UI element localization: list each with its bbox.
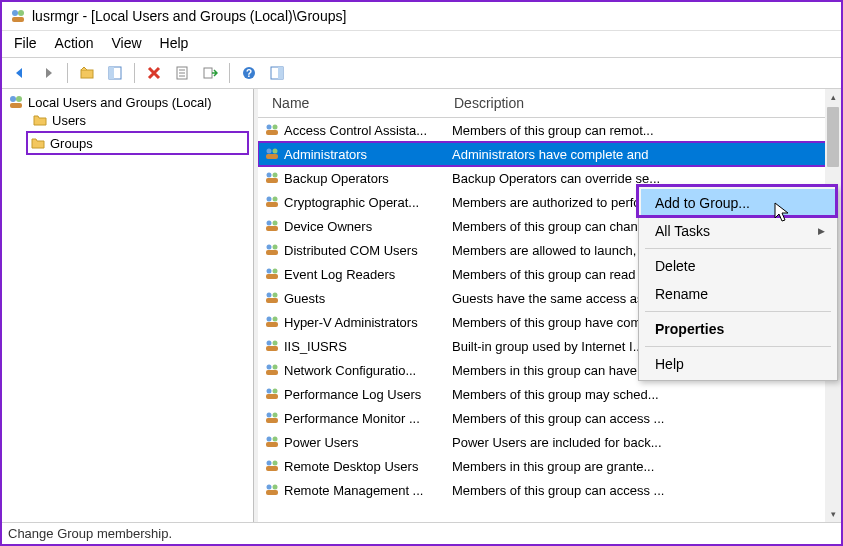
group-description: Backup Operators can override se... [452,171,841,186]
svg-rect-59 [266,442,278,447]
svg-point-45 [267,341,272,346]
group-row[interactable]: Remote Desktop UsersMembers in this grou… [258,454,841,478]
group-row[interactable]: Remote Management ...Members of this gro… [258,478,841,502]
group-name: Guests [284,291,452,306]
svg-rect-35 [266,250,278,255]
column-header-name[interactable]: Name [266,95,454,111]
svg-rect-2 [12,17,24,22]
show-hide-tree-button[interactable] [103,61,127,85]
properties-button[interactable] [170,61,194,85]
svg-rect-29 [266,202,278,207]
svg-point-31 [273,221,278,226]
group-name: Event Log Readers [284,267,452,282]
svg-rect-26 [266,178,278,183]
toolbar-separator [134,63,135,83]
context-menu: Add to Group... All Tasks ▶ Delete Renam… [638,186,838,381]
context-menu-rename[interactable]: Rename [641,280,835,308]
tree-root-label: Local Users and Groups (Local) [28,95,212,110]
group-name: IIS_IUSRS [284,339,452,354]
svg-point-0 [12,10,18,16]
up-level-button[interactable] [75,61,99,85]
group-name: Power Users [284,435,452,450]
group-description: Members in this group are grante... [452,459,841,474]
group-row[interactable]: Power UsersPower Users are included for … [258,430,841,454]
help-button[interactable]: ? [237,61,261,85]
svg-rect-5 [109,67,114,79]
group-name: Device Owners [284,219,452,234]
menu-action[interactable]: Action [55,35,94,51]
context-menu-properties[interactable]: Properties [641,315,835,343]
svg-point-24 [267,173,272,178]
group-icon [264,266,284,282]
group-description: Members of this group can access ... [452,483,841,498]
delete-button[interactable] [142,61,166,85]
svg-point-43 [273,317,278,322]
menu-view[interactable]: View [111,35,141,51]
svg-point-21 [267,149,272,154]
svg-point-28 [273,197,278,202]
scroll-up-icon[interactable]: ▴ [825,89,841,105]
menu-file[interactable]: File [14,35,37,51]
svg-point-60 [267,461,272,466]
toolbar: ? [2,57,841,89]
svg-rect-20 [266,130,278,135]
action-pane-button[interactable] [265,61,289,85]
svg-point-58 [273,437,278,442]
group-icon [264,242,284,258]
context-menu-delete[interactable]: Delete [641,252,835,280]
group-description: Members of this group can access ... [452,411,841,426]
submenu-arrow-icon: ▶ [818,226,825,236]
group-name: Performance Monitor ... [284,411,452,426]
svg-rect-65 [266,490,278,495]
group-description: Members of this group can remot... [452,123,841,138]
group-description: Administrators have complete and [452,147,841,162]
tree-pane[interactable]: Local Users and Groups (Local) Users Gro… [2,89,254,522]
svg-rect-62 [266,466,278,471]
group-icon [264,338,284,354]
svg-rect-41 [266,298,278,303]
group-name: Remote Desktop Users [284,459,452,474]
context-menu-all-tasks[interactable]: All Tasks ▶ [641,217,835,245]
window-title: lusrmgr - [Local Users and Groups (Local… [32,8,346,24]
tree-item-groups[interactable]: Groups [26,131,249,155]
svg-point-16 [16,96,22,102]
group-row[interactable]: Performance Monitor ...Members of this g… [258,406,841,430]
svg-rect-32 [266,226,278,231]
scroll-thumb[interactable] [827,107,839,167]
svg-rect-17 [10,103,22,108]
svg-point-15 [10,96,16,102]
group-icon [264,386,284,402]
svg-rect-53 [266,394,278,399]
scroll-down-icon[interactable]: ▾ [825,506,841,522]
group-icon [264,122,284,138]
tree-item-users[interactable]: Users [30,111,249,129]
svg-point-48 [267,365,272,370]
svg-point-54 [267,413,272,418]
group-icon [264,170,284,186]
back-button[interactable] [8,61,32,85]
export-list-button[interactable] [198,61,222,85]
group-icon [264,218,284,234]
svg-point-46 [273,341,278,346]
group-row[interactable]: AdministratorsAdministrators have comple… [258,142,841,166]
menu-help[interactable]: Help [160,35,189,51]
svg-point-64 [273,485,278,490]
group-row[interactable]: Access Control Assista...Members of this… [258,118,841,142]
context-menu-add-to-group[interactable]: Add to Group... [641,189,835,217]
menu-separator [645,248,831,249]
group-name: Administrators [284,147,452,162]
forward-button[interactable] [36,61,60,85]
svg-rect-38 [266,274,278,279]
column-header-description[interactable]: Description [454,95,833,111]
tree-root-node[interactable]: Local Users and Groups (Local) [6,93,249,111]
folder-icon [32,112,48,128]
svg-rect-3 [81,70,93,78]
group-icon [264,410,284,426]
group-name: Cryptographic Operat... [284,195,452,210]
context-menu-help[interactable]: Help [641,350,835,378]
group-row[interactable]: Performance Log UsersMembers of this gro… [258,382,841,406]
group-name: Backup Operators [284,171,452,186]
svg-point-49 [273,365,278,370]
group-icon [264,482,284,498]
group-icon [264,290,284,306]
